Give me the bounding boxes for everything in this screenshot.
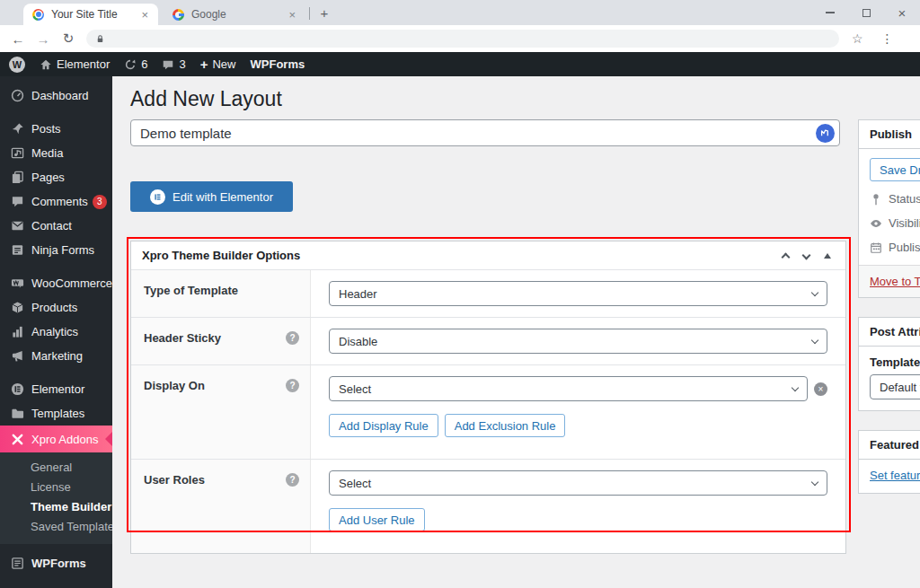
field-label-col: User Roles ? <box>131 460 311 553</box>
field-label-col: Header Sticky ? <box>131 318 311 364</box>
bookmark-star-icon[interactable]: ☆ <box>852 31 863 46</box>
browser-menu-icon[interactable]: ⋮ <box>881 31 894 46</box>
field-content-col: Select × Add Display Rule Add Exclusion … <box>311 365 845 459</box>
sidebar-item-elementor[interactable]: Elementor <box>0 377 112 401</box>
status-pin-icon <box>870 193 882 206</box>
address-bar[interactable] <box>86 30 839 48</box>
set-featured-image-link[interactable]: Set featured image <box>870 469 920 482</box>
new-content-menu[interactable]: + New <box>200 57 236 72</box>
help-icon[interactable]: ? <box>286 331 299 345</box>
browser-toolbar: ← → ↻ ☆ ⋮ <box>0 25 920 52</box>
main-content: Add New Layout Edit with Elementor Xpro … <box>112 76 920 588</box>
field-row-header-sticky: Header Sticky ? Disable <box>131 317 845 364</box>
reload-icon[interactable]: ↻ <box>56 31 81 47</box>
wordpress-logo-icon: W <box>9 57 25 73</box>
sidebar-item-pages[interactable]: Pages <box>0 165 112 189</box>
wpforms-admin-menu[interactable]: WPForms <box>251 57 305 71</box>
field-row-display-on: Display On ? Select × Add Display Rule A… <box>131 364 845 459</box>
metabox-title: Xpro Theme Builder Options <box>142 249 783 262</box>
submenu-item-saved-templates[interactable]: Saved Templates <box>0 517 112 537</box>
elementor-icon <box>10 382 24 397</box>
xpro-x-icon <box>10 432 24 446</box>
submenu-item-theme-builder[interactable]: Theme Builder <box>0 497 112 517</box>
window-maximize-button[interactable] <box>848 0 884 25</box>
move-to-trash-link[interactable]: Move to Trash <box>870 275 920 288</box>
updates-menu[interactable]: 6 <box>124 57 147 71</box>
type-of-template-select[interactable]: Header <box>329 281 827 306</box>
window-close-button[interactable]: × <box>884 0 920 25</box>
clear-selection-icon[interactable]: × <box>814 382 827 396</box>
comment-bubble-icon <box>10 195 24 209</box>
comment-bubble-icon <box>162 58 174 71</box>
site-name-menu[interactable]: Elementor <box>40 57 110 71</box>
field-label-col: Type of Template <box>131 270 311 317</box>
field-row-user-roles: User Roles ? Select Add User Rule <box>131 459 845 553</box>
help-icon[interactable]: ? <box>286 473 299 487</box>
field-content-col: Header <box>311 270 845 317</box>
add-display-rule-button[interactable]: Add Display Rule <box>329 414 438 437</box>
move-down-icon[interactable] <box>802 251 811 260</box>
save-draft-button[interactable]: Save Draft <box>870 158 920 181</box>
form-icon <box>10 243 24 258</box>
wp-admin-bar: W Elementor 6 3 + New WPForms <box>0 52 920 76</box>
sidebar-item-marketing[interactable]: Marketing <box>0 344 112 368</box>
window-minimize-button[interactable] <box>812 0 848 25</box>
wp-logo-menu[interactable]: W <box>9 57 25 73</box>
sidebar-item-templates[interactable]: Templates <box>0 401 112 426</box>
submenu-item-license[interactable]: License <box>0 478 112 497</box>
pages-icon <box>10 171 24 185</box>
page-title: Add New Layout <box>130 87 282 111</box>
move-up-icon[interactable] <box>782 253 791 262</box>
home-icon <box>40 58 52 71</box>
post-title-input[interactable] <box>130 119 840 146</box>
plus-icon: + <box>200 57 208 72</box>
chevron-down-icon <box>811 478 818 485</box>
browser-tab-google[interactable]: Google × <box>164 4 305 25</box>
tab-close-icon[interactable]: × <box>286 8 298 22</box>
field-row-type-of-template: Type of Template Header <box>131 269 845 317</box>
submenu-item-general[interactable]: General <box>0 458 112 478</box>
comments-menu[interactable]: 3 <box>162 57 185 71</box>
display-on-select[interactable]: Select <box>329 376 808 401</box>
xpro-title-badge-icon[interactable] <box>816 124 835 143</box>
edit-with-elementor-button[interactable]: Edit with Elementor <box>130 181 293 212</box>
woocommerce-icon <box>10 276 24 291</box>
new-tab-button[interactable]: + <box>316 5 332 21</box>
forward-icon[interactable]: → <box>31 31 56 47</box>
sidebar-item-ninja-forms[interactable]: Ninja Forms <box>0 238 112 262</box>
post-attributes-panel: Post Attributes Template Default templat… <box>858 317 920 411</box>
product-box-icon <box>10 301 24 315</box>
sidebar-item-dashboard[interactable]: Dashboard <box>0 83 112 108</box>
sidebar-item-media[interactable]: Media <box>0 141 112 165</box>
sidebar-item-comments[interactable]: Comments 3 <box>0 189 112 214</box>
tab-close-icon[interactable]: × <box>138 8 151 22</box>
xpro-submenu: General License Theme Builder Saved Temp… <box>0 452 112 544</box>
sidebar-item-products[interactable]: Products <box>0 295 112 320</box>
sidebar-item-appearance[interactable]: Appearance <box>0 584 112 588</box>
browser-tabstrip: Your Site Title × Google × + × <box>0 0 920 25</box>
publish-panel-title: Publish <box>859 120 920 149</box>
add-exclusion-rule-button[interactable]: Add Exclusion Rule <box>445 414 566 437</box>
help-icon[interactable]: ? <box>286 379 299 392</box>
comments-count-badge: 3 <box>93 195 107 209</box>
back-icon[interactable]: ← <box>5 31 31 47</box>
header-sticky-select[interactable]: Disable <box>329 329 827 354</box>
dashboard-icon <box>10 89 24 103</box>
add-user-rule-button[interactable]: Add User Rule <box>329 508 425 531</box>
tab-title: Your Site Title <box>51 8 131 21</box>
template-select[interactable]: Default template <box>870 374 920 399</box>
sidebar-item-xpro-addons[interactable]: Xpro Addons <box>0 426 112 452</box>
google-favicon-icon <box>172 9 184 21</box>
sidebar-item-analytics[interactable]: Analytics <box>0 320 112 344</box>
elementor-icon <box>150 189 165 205</box>
pin-icon <box>10 122 24 136</box>
sidebar-item-woocommerce[interactable]: WooCommerce <box>0 271 112 295</box>
sidebar-item-contact[interactable]: Contact <box>0 214 112 238</box>
browser-tab-site[interactable]: Your Site Title × <box>23 4 158 25</box>
sidebar-item-wpforms[interactable]: WPForms <box>0 551 112 575</box>
sidebar-item-posts[interactable]: Posts <box>0 117 112 141</box>
collapse-toggle-icon[interactable] <box>824 253 831 259</box>
featured-image-title: Featured image <box>859 431 920 460</box>
user-roles-select[interactable]: Select <box>329 470 827 496</box>
post-attributes-title: Post Attributes <box>859 318 920 347</box>
